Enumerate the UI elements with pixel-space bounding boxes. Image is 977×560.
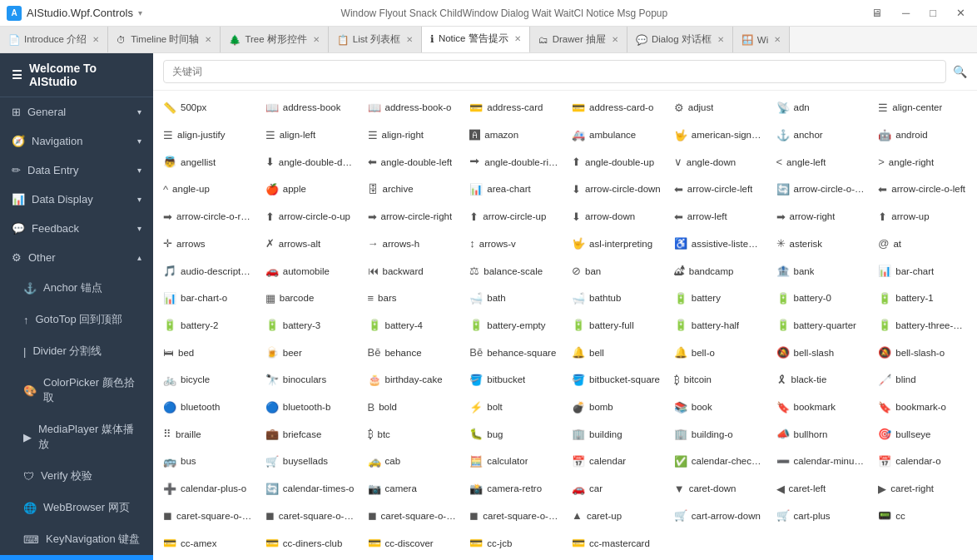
list-item[interactable]: ☰align-center [871, 94, 974, 121]
list-item[interactable]: 🔋battery-three-qu... [871, 312, 974, 339]
sidebar-item-general[interactable]: ⊞ General ▾ [0, 97, 153, 126]
list-item[interactable]: ▼caret-down [667, 475, 770, 503]
tab-tree[interactable]: 🌲 Tree 树形控件 ✕ [221, 27, 328, 53]
list-item[interactable]: 🛁bathtub [565, 285, 667, 312]
list-item[interactable]: 👼angellist [156, 148, 259, 176]
list-item[interactable]: 🏢building [565, 420, 667, 448]
list-item[interactable]: 📖address-book-o [361, 94, 464, 121]
list-item[interactable]: ✅calendar-check-o [667, 448, 770, 475]
list-item[interactable]: 🅰amazon [463, 121, 565, 149]
list-item[interactable]: ✛arrows [156, 230, 259, 258]
list-item[interactable]: <angle-left [770, 148, 872, 176]
list-item[interactable]: 💳cc-discover [361, 529, 464, 557]
list-item[interactable]: ◼caret-square-o-up [463, 503, 565, 530]
sidebar-item-data-entry[interactable]: ✏ Data Entry ▾ [0, 156, 153, 185]
sidebar-item-feedback[interactable]: 💬 Feedback ▾ [0, 214, 153, 243]
list-item[interactable]: ☰align-justify [156, 121, 259, 149]
list-item[interactable]: 📅calendar-o [871, 448, 974, 475]
tab-close-icon[interactable]: ✕ [313, 35, 320, 44]
list-item[interactable]: 📊bar-chart-o [156, 285, 259, 312]
list-item[interactable]: 💳cc-jcb [463, 529, 565, 557]
list-item[interactable]: 📖address-book [259, 94, 361, 121]
sidebar-item-data-display[interactable]: 📊 Data Display ▾ [0, 185, 153, 214]
list-item[interactable]: 🪣bitbucket [463, 366, 565, 394]
list-item[interactable]: ▦barcode [259, 285, 361, 312]
tab-close-icon[interactable]: ✕ [612, 35, 618, 44]
list-item[interactable]: 🗄archive [361, 176, 464, 203]
list-item[interactable]: 📊bar-chart [871, 257, 974, 285]
list-item[interactable]: 💳address-card [463, 94, 565, 121]
list-item[interactable]: →arrows-h [361, 230, 464, 258]
list-item[interactable]: Bēbehance [361, 339, 464, 366]
list-item[interactable]: ➡arrow-circle-right [361, 203, 464, 230]
list-item[interactable]: 🛒buysellads [259, 448, 361, 475]
tab-notice[interactable]: ℹ Notice 警告提示 ✕ [422, 27, 530, 53]
list-item[interactable]: 🚌bus [156, 448, 259, 475]
tab-timeline[interactable]: ⏱ Timeline 时间轴 ✕ [108, 27, 221, 53]
list-item[interactable]: 📡adn [770, 94, 872, 121]
list-item[interactable]: 🏦bank [770, 257, 872, 285]
list-item[interactable]: ₿btc [361, 420, 464, 448]
list-item[interactable]: 🔔bell-o [667, 339, 770, 366]
list-item[interactable]: 🔄arrow-circle-o-do... [770, 176, 872, 203]
list-item[interactable]: ↕arrows-v [463, 230, 565, 258]
list-item[interactable]: ➕calendar-plus-o [156, 475, 259, 503]
list-item[interactable]: ⠿braille [156, 420, 259, 448]
list-item[interactable]: 🍎apple [259, 176, 361, 203]
list-item[interactable]: Bbold [361, 394, 464, 421]
list-item[interactable]: 🦯blind [871, 366, 974, 394]
list-item[interactable]: 💼briefcase [259, 420, 361, 448]
list-item[interactable]: ☰align-right [361, 121, 464, 149]
list-item[interactable]: 🛁bath [463, 285, 565, 312]
list-item[interactable]: ➖calendar-minus-o [770, 448, 872, 475]
list-item[interactable]: 🏕bandcamp [667, 257, 770, 285]
search-input[interactable] [163, 60, 946, 83]
minimize-button[interactable]: ─ [897, 5, 915, 21]
tab-close-icon[interactable]: ✕ [717, 35, 724, 44]
list-item[interactable]: 💳address-card-o [565, 94, 667, 121]
sidebar-item-navigation[interactable]: 🧭 Navigation ▾ [0, 126, 153, 156]
list-item[interactable]: 📅calendar [565, 448, 667, 475]
close-button[interactable]: ✕ [951, 5, 970, 21]
list-item[interactable]: ⮕angle-double-right [463, 148, 565, 176]
list-item[interactable]: 🔵bluetooth-b [259, 394, 361, 421]
list-item[interactable]: 🔋battery-half [667, 312, 770, 339]
list-item[interactable]: ☰align-left [259, 121, 361, 149]
list-item[interactable]: 🔋battery [667, 285, 770, 312]
list-item[interactable]: ⬇arrow-down [565, 203, 667, 230]
list-item[interactable]: 🔔bell [565, 339, 667, 366]
list-item[interactable]: 🛏bed [156, 339, 259, 366]
list-item[interactable]: ▲caret-up [565, 503, 667, 530]
list-item[interactable]: ⏮backward [361, 257, 464, 285]
tab-wi[interactable]: 🪟 Wi ✕ [733, 27, 790, 53]
list-item[interactable]: >angle-right [871, 148, 974, 176]
search-icon[interactable]: 🔍 [953, 65, 967, 78]
sidebar-item-gototop[interactable]: ↑ GotoTop 回到顶部 [0, 304, 153, 335]
list-item[interactable]: ➡arrow-circle-o-right [156, 203, 259, 230]
list-item[interactable]: 🔕bell-slash-o [871, 339, 974, 366]
list-item[interactable]: 🤖android [871, 121, 974, 149]
list-item[interactable]: Bēbehance-square [463, 339, 565, 366]
list-item[interactable]: 🤟asl-interpreting [565, 230, 667, 258]
list-item[interactable]: 🔄calendar-times-o [259, 475, 361, 503]
list-item[interactable]: ₿bitcoin [667, 366, 770, 394]
list-item[interactable]: ◼caret-square-o-ri... [361, 503, 464, 530]
list-item[interactable]: ⬅arrow-left [667, 203, 770, 230]
tab-close-icon[interactable]: ✕ [514, 34, 521, 43]
list-item[interactable]: ◼caret-square-o-d... [156, 503, 259, 530]
list-item[interactable]: ⬅arrow-circle-left [667, 176, 770, 203]
list-item[interactable]: ♿assistive-listening-... [667, 230, 770, 258]
list-item[interactable]: 🎯bullseye [871, 420, 974, 448]
list-item[interactable]: ⚡bolt [463, 394, 565, 421]
monitor-icon[interactable]: 🖥 [866, 5, 887, 21]
list-item[interactable]: 🚗car [565, 475, 667, 503]
list-item[interactable]: ⬆angle-double-up [565, 148, 667, 176]
list-item[interactable]: ⬅arrow-circle-o-left [871, 176, 974, 203]
tab-close-icon[interactable]: ✕ [205, 35, 211, 44]
list-item[interactable]: 🔋battery-0 [770, 285, 872, 312]
sidebar-item-mediaplayer[interactable]: ▶ MediaPlayer 媒体播放 [0, 414, 153, 460]
list-item[interactable]: ▶caret-right [871, 475, 974, 503]
list-item[interactable]: ✳asterisk [770, 230, 872, 258]
list-item[interactable]: ◀caret-left [770, 475, 872, 503]
list-item[interactable]: 💳cc-amex [156, 529, 259, 557]
